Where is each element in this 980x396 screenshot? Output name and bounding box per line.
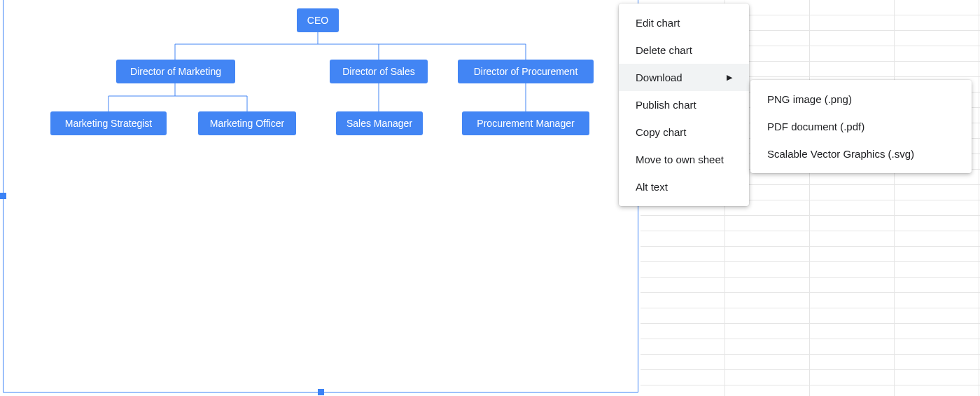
node-label: Sales Manager [346,118,412,129]
submenu-arrow-icon: ▶ [727,73,732,82]
node-director-marketing[interactable]: Director of Marketing [116,60,235,83]
menu-edit-chart[interactable]: Edit chart [619,9,749,36]
menu-publish-chart[interactable]: Publish chart [619,91,749,118]
menu-label: Download [636,71,682,83]
node-ceo[interactable]: CEO [297,8,339,32]
submenu-pdf[interactable]: PDF document (.pdf) [750,113,972,140]
org-chart[interactable]: CEO Director of Marketing Director of Sa… [3,0,638,392]
menu-label: PDF document (.pdf) [767,121,864,132]
node-label: Director of Procurement [474,66,578,77]
menu-label: Alt text [636,181,668,193]
menu-label: PNG image (.png) [767,93,852,105]
menu-copy-chart[interactable]: Copy chart [619,118,749,146]
submenu-png[interactable]: PNG image (.png) [750,86,972,113]
node-label: Procurement Manager [477,118,574,129]
node-label: Director of Marketing [130,66,221,77]
node-sales-manager[interactable]: Sales Manager [336,111,423,135]
menu-label: Move to own sheet [636,153,724,165]
menu-label: Delete chart [636,44,692,56]
menu-label: Publish chart [636,99,696,111]
menu-label: Copy chart [636,126,687,138]
node-director-sales[interactable]: Director of Sales [330,60,428,83]
menu-delete-chart[interactable]: Delete chart [619,36,749,64]
chart-context-menu: Edit chart Delete chart Download ▶ Publi… [619,4,749,206]
org-connectors [4,0,639,392]
node-label: Director of Sales [342,66,414,77]
menu-move-to-own-sheet[interactable]: Move to own sheet [619,146,749,173]
node-label: Marketing Officer [210,118,284,129]
download-submenu: PNG image (.png) PDF document (.pdf) Sca… [750,80,972,173]
menu-label: Edit chart [636,17,680,29]
menu-label: Scalable Vector Graphics (.svg) [767,148,914,160]
node-label: CEO [307,15,328,26]
node-director-procurement[interactable]: Director of Procurement [458,60,594,83]
node-label: Marketing Strategist [65,118,153,129]
submenu-svg[interactable]: Scalable Vector Graphics (.svg) [750,140,972,168]
node-marketing-officer[interactable]: Marketing Officer [198,111,296,135]
node-marketing-strategist[interactable]: Marketing Strategist [50,111,167,135]
node-procurement-manager[interactable]: Procurement Manager [462,111,589,135]
menu-download[interactable]: Download ▶ [619,64,749,91]
menu-alt-text[interactable]: Alt text [619,173,749,200]
